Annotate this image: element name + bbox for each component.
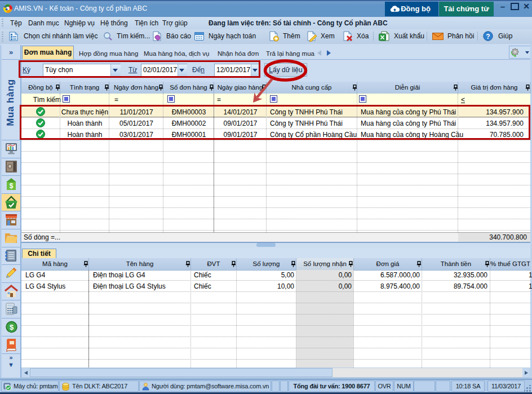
svg-text:$: $	[10, 323, 14, 331]
svg-text:?: ?	[486, 33, 490, 41]
svg-text:$: $	[10, 182, 14, 190]
